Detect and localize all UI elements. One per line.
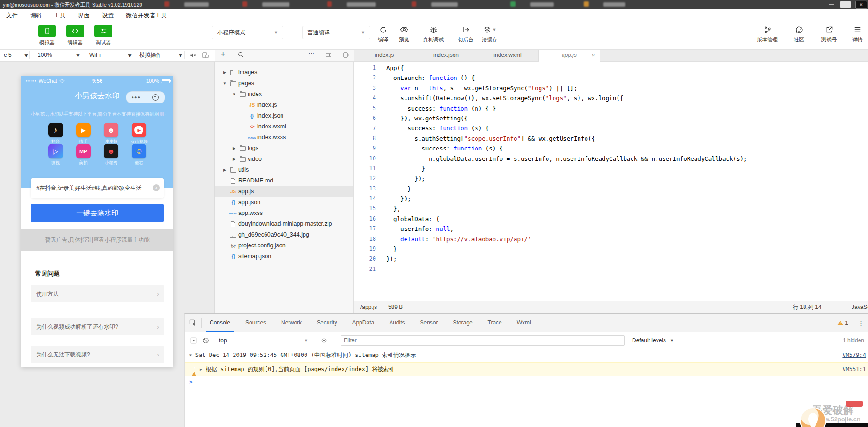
code-line[interactable]: 7 success: function (s) {: [354, 123, 868, 133]
code-line[interactable]: 3 var n = this, s = wx.getStorageSync("l…: [354, 83, 868, 93]
code-line[interactable]: 1App({: [354, 63, 868, 73]
tree-item-index[interactable]: ▼index: [215, 89, 353, 100]
code-line[interactable]: 17 userInfo: null,: [354, 224, 868, 234]
code-line[interactable]: 15 },: [354, 204, 868, 214]
faq-item[interactable]: 为什么视频成功解析了还有水印?›: [31, 318, 164, 335]
search-icon[interactable]: [238, 52, 244, 58]
code-line[interactable]: 2 onLaunch: function () {: [354, 73, 868, 83]
menu-item[interactable]: 设置: [96, 9, 120, 22]
tree-item-index.wxml[interactable]: <>index.wxml: [215, 121, 353, 132]
editor-tab[interactable]: index.wxml: [477, 49, 539, 61]
code-line[interactable]: 13 }: [354, 184, 868, 194]
log-source-link[interactable]: VM579:4: [842, 352, 866, 358]
platform-app-icon[interactable]: ♪抖音: [45, 123, 66, 145]
devtools-tab-console[interactable]: Console: [209, 314, 231, 332]
devtools-tab-sources[interactable]: Sources: [245, 314, 266, 332]
code-line[interactable]: 6 }), wx.getSetting({: [354, 113, 868, 123]
editor-tab[interactable]: app.js✕: [539, 49, 600, 62]
tree-item-utils[interactable]: ▶utils: [215, 165, 353, 175]
code-line[interactable]: 20});: [354, 254, 868, 264]
add-file-icon[interactable]: +: [221, 50, 225, 58]
expand-arrow-icon[interactable]: ▶: [221, 165, 228, 175]
devtools-tab-wxml[interactable]: Wxml: [516, 314, 532, 332]
console-log-row[interactable]: ▼Sat Dec 14 2019 09:52:45 GMT+0800 (中国标准…: [185, 348, 868, 362]
editor-tab[interactable]: index.json: [415, 49, 477, 61]
simulate-action-select[interactable]: 模拟操作: [139, 49, 162, 61]
code-line[interactable]: 16 globalData: {: [354, 214, 868, 224]
background-button[interactable]: 切后台: [453, 25, 479, 43]
devtools-tab-appdata[interactable]: AppData: [352, 314, 375, 332]
live-expression-icon[interactable]: [321, 338, 328, 343]
console-prompt[interactable]: >: [185, 376, 868, 387]
devtools-tab-audits[interactable]: Audits: [389, 314, 405, 332]
cache-button[interactable]: ▼清缓存: [477, 25, 503, 43]
bug-button[interactable]: 真机调试: [420, 25, 446, 43]
branch-button[interactable]: 版本管理: [754, 25, 781, 43]
tree-item-index.json[interactable]: {}index.json: [215, 111, 353, 121]
tree-item-README.md[interactable]: README.md: [215, 175, 353, 186]
expand-arrow-icon[interactable]: ▶: [231, 143, 237, 154]
platform-app-icon[interactable]: ☺最右: [128, 144, 150, 166]
simulator-toggle-button[interactable]: 模拟器: [37, 25, 57, 46]
console-filter-input[interactable]: [341, 335, 625, 346]
close-tab-icon[interactable]: ✕: [592, 49, 595, 61]
hide-panel-icon[interactable]: [343, 52, 349, 58]
devtools-menu-icon[interactable]: ⋮: [858, 320, 864, 327]
miniprogram-capsule[interactable]: ●●●: [126, 91, 165, 103]
code-line[interactable]: 9 success: function (s) {: [354, 143, 868, 153]
external-button[interactable]: 测试号: [816, 25, 842, 43]
platform-app-icon[interactable]: ☻小咖秀: [101, 144, 122, 166]
collapse-folders-icon[interactable]: [325, 52, 331, 58]
status-language[interactable]: JavaScript: [852, 301, 868, 313]
preview-button[interactable]: 预览: [394, 25, 414, 43]
more-icon[interactable]: ●●●: [126, 95, 146, 100]
devtools-tab-security[interactable]: Security: [316, 314, 337, 332]
tree-item-images[interactable]: ▶images: [215, 67, 353, 78]
inspect-element-icon[interactable]: [189, 319, 196, 326]
eager-eval-icon[interactable]: [190, 337, 197, 344]
console-log-row[interactable]: ▶根据 sitemap 的规则[0],当前页面 [pages/index/ind…: [185, 362, 868, 376]
tree-item-app.js[interactable]: JSapp.js: [215, 186, 353, 197]
log-levels-select[interactable]: Default levels ▼: [632, 337, 674, 344]
mute-icon[interactable]: [189, 52, 196, 59]
tree-item-douyindownload-miniapp-master.zip[interactable]: douyindownload-miniapp-master.zip: [215, 219, 353, 229]
warning-count-badge[interactable]: 1: [837, 320, 848, 326]
clear-console-icon[interactable]: [203, 337, 209, 344]
mode-select[interactable]: 小程序模式 ▼: [212, 26, 283, 39]
code-line[interactable]: 10 n.globalData.userInfo = s.userInfo, n…: [354, 154, 868, 164]
editor-tab[interactable]: index.js: [354, 49, 415, 61]
expand-arrow-icon[interactable]: ▶: [221, 67, 228, 78]
code-line[interactable]: 8 s.authSetting["scope.userInfo"] && wx.…: [354, 134, 868, 143]
context-select[interactable]: top ▼: [219, 337, 308, 344]
minimize-button[interactable]: —: [828, 1, 835, 8]
tree-item-app.json[interactable]: {}app.json: [215, 197, 353, 208]
menu-item[interactable]: 编辑: [24, 9, 48, 22]
code-line[interactable]: 19 }: [354, 244, 868, 254]
more-icon[interactable]: ⋯: [308, 50, 314, 57]
tree-item-gh_d69ec60a9c40_344.jpg[interactable]: gh_d69ec60a9c40_344.jpg: [215, 229, 353, 240]
platform-app-icon[interactable]: ☻皮皮虾: [101, 123, 122, 145]
expand-arrow-icon[interactable]: ▼: [221, 78, 228, 89]
tree-item-pages[interactable]: ▼pages: [215, 78, 353, 89]
compile-mode-select[interactable]: 普通编译 ▼: [302, 26, 370, 39]
devtools-tab-storage[interactable]: Storage: [453, 314, 473, 332]
devtools-tab-network[interactable]: Network: [281, 314, 302, 332]
faq-item[interactable]: 使用方法›: [31, 285, 164, 302]
collapse-toggle-icon[interactable]: ▼: [189, 353, 192, 357]
debugger-toggle-button[interactable]: 调试器: [93, 25, 114, 46]
menu-item[interactable]: 界面: [72, 9, 96, 22]
code-line[interactable]: 12 });: [354, 174, 868, 183]
tree-item-project.config.json[interactable]: {o}project.config.json: [215, 240, 353, 251]
network-select[interactable]: WiFi: [89, 49, 101, 61]
devtools-tab-sensor[interactable]: Sensor: [420, 314, 438, 332]
rotate-screen-icon[interactable]: [202, 52, 209, 58]
devtools-tab-trace[interactable]: Trace: [487, 314, 502, 332]
maximize-button[interactable]: [840, 1, 851, 8]
tree-item-video[interactable]: ▶video: [215, 154, 353, 165]
code-line[interactable]: 11 }: [354, 164, 868, 174]
tree-item-logs[interactable]: ▶logs: [215, 143, 353, 154]
compile-button[interactable]: 编译: [373, 25, 393, 43]
tree-item-index.wxss[interactable]: wxssindex.wxss: [215, 132, 353, 143]
close-button[interactable]: ✕: [855, 1, 867, 9]
community-button[interactable]: 社区: [786, 25, 812, 43]
